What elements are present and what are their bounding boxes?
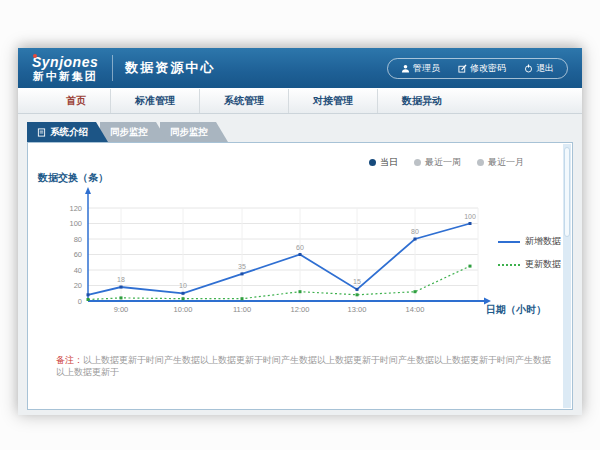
svg-text:40: 40: [74, 266, 82, 275]
svg-text:11:00: 11:00: [233, 305, 251, 314]
user-icon: [401, 64, 410, 73]
svg-text:20: 20: [74, 281, 82, 290]
solid-line-icon: [498, 241, 520, 243]
nav-item-home[interactable]: 首页: [42, 89, 111, 113]
tab-sync-monitor-1[interactable]: 同步监控: [100, 122, 168, 142]
tab-strip: 系统介绍 同步监控 同步监控: [27, 122, 228, 142]
svg-text:10:00: 10:00: [174, 305, 193, 314]
svg-text:0: 0: [78, 297, 82, 306]
svg-text:35: 35: [238, 263, 246, 270]
document-icon: [37, 128, 46, 137]
main-window: Synjones 新中新集团 数据资源中心 管理员 修改密码: [18, 48, 582, 415]
main-nav: 首页 标准管理 系统管理 对接管理 数据异动: [18, 88, 582, 114]
admin-user-button[interactable]: 管理员: [392, 61, 449, 76]
content-panel: 当日 最近一周 最近一月 数据交换（条） 0204060801001209:00…: [27, 142, 573, 410]
panel-scrollbar[interactable]: [563, 144, 571, 408]
tab-system-intro-label: 系统介绍: [50, 126, 88, 139]
app-header: Synjones 新中新集团 数据资源中心 管理员 修改密码: [18, 48, 582, 88]
svg-text:9:00: 9:00: [114, 305, 129, 314]
nav-item-standard-mgmt[interactable]: 标准管理: [111, 89, 200, 113]
svg-text:100: 100: [464, 213, 476, 220]
footnote-text: 以上数据更新于时间产生数据以上数据更新于时间产生数据以上数据更新于时间产生数据以…: [56, 355, 551, 377]
nav-item-data-changes[interactable]: 数据异动: [378, 89, 466, 113]
legend-new-data-label: 新增数据: [525, 235, 561, 248]
change-password-button[interactable]: 修改密码: [449, 61, 515, 76]
tab-sync-monitor-1-label: 同步监控: [110, 126, 148, 139]
svg-text:10: 10: [179, 282, 187, 289]
time-filter-group: 当日 最近一周 最近一月: [369, 156, 524, 169]
svg-text:80: 80: [74, 235, 82, 244]
line-chart: 0204060801001209:0010:0011:0012:0013:001…: [36, 185, 516, 325]
power-icon: [524, 64, 533, 73]
company-logo: Synjones 新中新集团: [32, 55, 98, 82]
logo-accent-dot: [33, 54, 37, 58]
logout-label: 退出: [536, 62, 554, 75]
change-password-label: 修改密码: [470, 62, 506, 75]
filter-last-month-label: 最近一月: [488, 156, 524, 169]
radio-dot-icon: [414, 159, 421, 166]
tab-sync-monitor-2[interactable]: 同步监控: [160, 122, 228, 142]
filter-today-label: 当日: [380, 156, 398, 169]
footnote: 备注：以上数据更新于时间产生数据以上数据更新于时间产生数据以上数据更新于时间产生…: [56, 355, 558, 378]
admin-user-label: 管理员: [413, 62, 440, 75]
svg-text:13:00: 13:00: [348, 305, 367, 314]
logo-company-text: 新中新集团: [32, 71, 98, 82]
svg-text:60: 60: [74, 250, 82, 259]
logout-button[interactable]: 退出: [515, 61, 563, 76]
footnote-prefix: 备注：: [56, 355, 83, 365]
filter-today[interactable]: 当日: [369, 156, 398, 169]
svg-text:120: 120: [69, 204, 82, 213]
filter-last-week-label: 最近一周: [425, 156, 461, 169]
radio-dot-icon: [477, 159, 484, 166]
legend-updated-data-label: 更新数据: [525, 258, 561, 271]
logo-brand-text: Synjones: [32, 55, 98, 69]
filter-last-week[interactable]: 最近一周: [414, 156, 461, 169]
svg-text:12:00: 12:00: [291, 305, 310, 314]
header-divider: [112, 55, 113, 81]
svg-text:15: 15: [353, 278, 361, 285]
dotted-line-icon: [498, 264, 520, 266]
radio-dot-icon: [369, 159, 376, 166]
svg-text:80: 80: [411, 228, 419, 235]
scrollbar-thumb[interactable]: [564, 147, 570, 237]
legend-item-new-data: 新增数据: [498, 235, 561, 248]
nav-item-system-mgmt[interactable]: 系统管理: [200, 89, 289, 113]
svg-text:60: 60: [296, 244, 304, 251]
app-title: 数据资源中心: [125, 59, 215, 77]
svg-text:100: 100: [69, 219, 82, 228]
chart-x-axis-title: 日期（小时）: [486, 303, 546, 317]
filter-last-month[interactable]: 最近一月: [477, 156, 524, 169]
tab-system-intro[interactable]: 系统介绍: [27, 122, 108, 142]
chart-legend: 新增数据 更新数据: [498, 235, 561, 271]
edit-icon: [458, 64, 467, 73]
nav-item-integration-mgmt[interactable]: 对接管理: [289, 89, 378, 113]
user-menu: 管理员 修改密码 退出: [387, 58, 568, 79]
tab-sync-monitor-2-label: 同步监控: [170, 126, 208, 139]
legend-item-updated-data: 更新数据: [498, 258, 561, 271]
svg-text:14:00: 14:00: [406, 305, 425, 314]
chart-y-axis-title: 数据交换（条）: [38, 171, 108, 185]
svg-text:18: 18: [117, 276, 125, 283]
